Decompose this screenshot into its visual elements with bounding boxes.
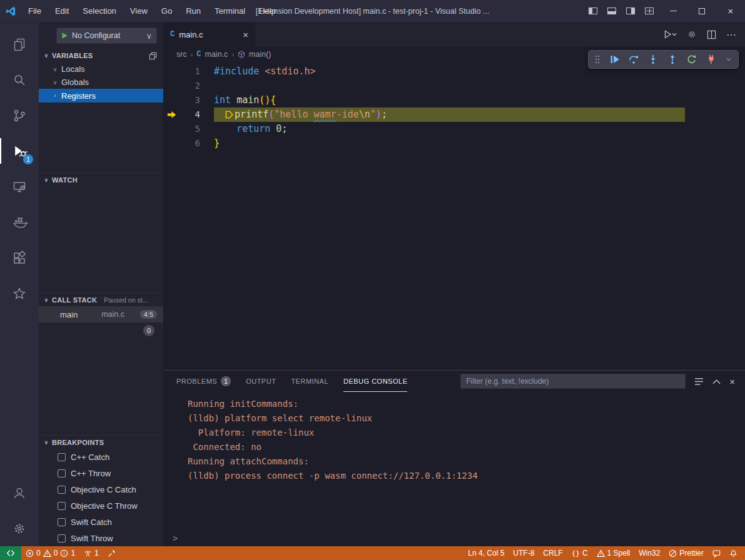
breakpoints-section-header[interactable]: ∨ BREAKPOINTS bbox=[39, 435, 163, 449]
variables-scope-registers[interactable]: › Registers bbox=[39, 89, 163, 102]
toggle-panel-icon[interactable] bbox=[602, 0, 621, 22]
close-button[interactable]: × bbox=[716, 0, 745, 22]
circle-slash-icon bbox=[669, 549, 677, 558]
call-stack-section-header[interactable]: ∨ CALL STACK Paused on st... bbox=[39, 292, 163, 306]
chevron-down-icon[interactable] bbox=[726, 56, 732, 62]
inline-breakpoint-icon[interactable] bbox=[225, 111, 233, 119]
close-panel-icon[interactable]: × bbox=[729, 376, 735, 387]
more-actions-icon[interactable]: ⋯ bbox=[726, 29, 736, 41]
formatter-status[interactable]: Prettier bbox=[664, 546, 708, 560]
breakpoint-cpp-catch[interactable]: C++ Catch bbox=[39, 449, 163, 465]
menu-run[interactable]: Run bbox=[179, 0, 208, 22]
restart-icon[interactable] bbox=[687, 54, 697, 64]
debug-tool-status[interactable] bbox=[103, 546, 120, 560]
tab-label: main.c bbox=[179, 30, 203, 39]
checkbox[interactable] bbox=[58, 453, 66, 461]
breadcrumb-symbol[interactable]: main() bbox=[249, 50, 271, 59]
breakpoint-cpp-throw[interactable]: C++ Throw bbox=[39, 465, 163, 481]
menu-edit[interactable]: Edit bbox=[48, 0, 76, 22]
checkbox[interactable] bbox=[58, 502, 66, 510]
notifications-status[interactable] bbox=[725, 546, 745, 560]
remote-explorer-icon[interactable] bbox=[0, 169, 39, 204]
settings-gear-icon[interactable] bbox=[0, 511, 39, 546]
explorer-icon[interactable] bbox=[0, 26, 39, 62]
line-number: 3 bbox=[179, 93, 200, 108]
menu-selection[interactable]: Selection bbox=[76, 0, 123, 22]
start-debug-icon[interactable] bbox=[61, 32, 68, 39]
toggle-sidebar-icon[interactable] bbox=[584, 0, 602, 22]
remote-indicator[interactable] bbox=[0, 546, 21, 560]
breakpoint-swift-catch[interactable]: Swift Catch bbox=[39, 514, 163, 530]
source-control-icon[interactable] bbox=[0, 98, 39, 133]
bottom-panel: PROBLEMS 1 OUTPUT TERMINAL DEBUG CONSOLE bbox=[164, 370, 745, 546]
debug-configuration-dropdown[interactable]: No Configurat ∨ bbox=[56, 28, 157, 44]
docker-icon[interactable] bbox=[0, 204, 39, 240]
search-icon[interactable] bbox=[0, 62, 39, 98]
tab-main-c[interactable]: C main.c × bbox=[164, 22, 255, 46]
console-filter-input[interactable] bbox=[460, 374, 686, 389]
breadcrumb-file[interactable]: main.c bbox=[205, 50, 228, 59]
line-text-highlighted[interactable]: printf("hello wamr-ide\n"); bbox=[214, 108, 685, 122]
console-line: Running initCommands: bbox=[188, 397, 745, 411]
platform-status[interactable]: Win32 bbox=[634, 546, 664, 560]
encoding-indicator[interactable]: UTF-8 bbox=[509, 546, 539, 560]
stack-frame-row[interactable]: main main.c 4:5 bbox=[39, 306, 163, 322]
checkbox[interactable] bbox=[58, 486, 66, 494]
variables-section-header[interactable]: ∨ VARIABLES bbox=[39, 49, 163, 62]
run-or-debug-icon[interactable] bbox=[664, 30, 677, 39]
run-and-debug-icon[interactable]: 1 bbox=[0, 133, 39, 169]
accounts-icon[interactable] bbox=[0, 475, 39, 511]
menu-file[interactable]: File bbox=[21, 0, 48, 22]
breakpoint-objc-catch[interactable]: Objective C Catch bbox=[39, 481, 163, 498]
tab-terminal[interactable]: TERMINAL bbox=[291, 371, 328, 392]
toggle-secondary-sidebar-icon[interactable] bbox=[621, 0, 640, 22]
checkbox[interactable] bbox=[58, 518, 66, 526]
settings-gear-icon[interactable] bbox=[687, 29, 697, 39]
checkbox[interactable] bbox=[58, 534, 66, 542]
toolbar-grip-icon[interactable] bbox=[595, 55, 600, 64]
maximize-panel-icon[interactable] bbox=[712, 379, 721, 384]
star-icon[interactable] bbox=[0, 276, 39, 311]
checkbox[interactable] bbox=[58, 469, 66, 478]
menu-terminal[interactable]: Terminal bbox=[208, 0, 252, 22]
tab-debug-console[interactable]: DEBUG CONSOLE bbox=[343, 371, 407, 392]
customize-layout-icon[interactable] bbox=[640, 0, 659, 22]
code-editor[interactable]: 1 #include <stdio.h> 2 3 int main(){ bbox=[164, 62, 745, 370]
line-text[interactable]: int main(){ bbox=[214, 93, 745, 108]
current-line-arrow-icon[interactable] bbox=[164, 111, 179, 119]
continue-icon[interactable] bbox=[609, 54, 619, 64]
eol-indicator[interactable]: CRLF bbox=[539, 546, 567, 560]
feedback-status[interactable] bbox=[708, 546, 725, 560]
step-over-icon[interactable] bbox=[629, 54, 639, 64]
menu-go[interactable]: Go bbox=[155, 0, 179, 22]
close-tab-icon[interactable]: × bbox=[243, 29, 248, 40]
menu-help[interactable]: Help bbox=[252, 0, 283, 22]
watch-section-header[interactable]: ∨ WATCH bbox=[39, 172, 163, 186]
breakpoint-swift-throw[interactable]: Swift Throw bbox=[39, 530, 163, 546]
line-text[interactable]: } bbox=[214, 136, 745, 151]
error-count: 0 bbox=[36, 549, 41, 558]
split-editor-icon[interactable] bbox=[707, 30, 716, 39]
step-out-icon[interactable] bbox=[667, 54, 677, 64]
line-text[interactable]: return 0; bbox=[214, 122, 745, 136]
disconnect-icon[interactable] bbox=[706, 54, 716, 64]
variables-scope-globals[interactable]: ∨ Globals bbox=[39, 76, 163, 89]
filter-lines-icon[interactable] bbox=[694, 378, 704, 386]
minimize-button[interactable] bbox=[659, 0, 687, 22]
maximize-button[interactable] bbox=[687, 0, 716, 22]
extensions-icon[interactable] bbox=[0, 240, 39, 276]
language-mode[interactable]: {} C bbox=[567, 546, 592, 560]
menu-view[interactable]: View bbox=[123, 0, 155, 22]
ports-status[interactable]: 1 bbox=[79, 546, 103, 560]
tab-output[interactable]: OUTPUT bbox=[246, 371, 276, 392]
breadcrumb-src[interactable]: src bbox=[176, 50, 187, 59]
copy-icon[interactable] bbox=[149, 52, 157, 60]
step-into-icon[interactable] bbox=[648, 54, 658, 64]
console-input[interactable]: > bbox=[164, 530, 745, 546]
spell-checker-status[interactable]: 1 Spell bbox=[592, 546, 635, 560]
breakpoint-objc-throw[interactable]: Objective C Throw bbox=[39, 498, 163, 514]
tab-problems[interactable]: PROBLEMS 1 bbox=[176, 371, 231, 392]
cursor-position[interactable]: Ln 4, Col 5 bbox=[464, 546, 509, 560]
variables-scope-locals[interactable]: ∨ Locals bbox=[39, 62, 163, 76]
problems-status[interactable]: 0 0 1 bbox=[21, 546, 79, 560]
